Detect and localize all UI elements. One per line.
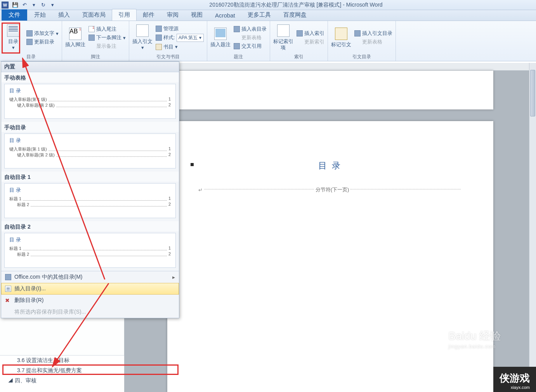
- navigation-pane-visible: 3.6 设置清洁生产目标 3.7 提出和实施无/低费方案 ◢ 四、审核: [0, 355, 124, 386]
- group-footnote: AB 插入脚注 插入尾注 下一条脚注 ▾ 显示备注 脚注: [62, 21, 129, 61]
- insert-index-button[interactable]: 插入索引: [297, 30, 324, 37]
- undo-dropdown-icon[interactable]: ▾: [30, 2, 37, 9]
- bibliography-icon: [156, 44, 162, 50]
- tab-insert[interactable]: 插入: [52, 9, 76, 21]
- tab-mail[interactable]: 邮件: [137, 9, 161, 21]
- qat-customize-icon[interactable]: ▾: [49, 2, 56, 9]
- menu-insert-toc[interactable]: 插入目录(I)...: [1, 283, 179, 295]
- watermark-baidu: Baidu 经验jingyan.baidu.com: [449, 329, 501, 349]
- update-table-icon: [234, 35, 240, 41]
- crossref-icon: [234, 43, 240, 49]
- footnote-icon: AB: [69, 28, 82, 40]
- citation-style-combo[interactable]: 样式: APA 第五 ▾: [156, 34, 204, 42]
- mark-index-icon: [277, 24, 290, 37]
- gallery-manual-table-preview[interactable]: 目 录 键入章标题(第 1 级)1 键入章标题(第 2 级)2: [4, 84, 176, 119]
- style-icon: [156, 35, 162, 41]
- gallery-auto1-title: 自动目录 1: [1, 172, 179, 182]
- cross-reference-button[interactable]: 交叉引用: [234, 43, 267, 50]
- mark-index-button[interactable]: 标记索引项: [273, 23, 293, 53]
- nav-item-4[interactable]: ◢ 四、审核: [0, 376, 124, 386]
- caption-icon: [214, 28, 227, 40]
- manage-sources-icon: [156, 26, 162, 32]
- gallery-auto1-preview[interactable]: 目 录 标题 11 标题 22: [4, 183, 176, 218]
- manage-sources-button[interactable]: 管理源: [156, 25, 204, 32]
- group-caption-label: 题注: [210, 53, 267, 60]
- update-cite-table-icon: [354, 39, 361, 45]
- undo-icon[interactable]: ↶: [21, 2, 28, 9]
- table-figures-icon: [234, 26, 240, 32]
- insert-endnote-button[interactable]: 插入尾注: [88, 26, 126, 33]
- page-2[interactable]: 目 录 ↵分节符(下一页): [167, 121, 493, 392]
- menu-save-gallery[interactable]: 将所选内容保存到目录库(S)...: [1, 306, 179, 318]
- save-gallery-icon: [5, 309, 11, 315]
- dropdown-header-builtin: 内置: [1, 62, 179, 72]
- tab-baidu[interactable]: 百度网盘: [277, 9, 313, 21]
- document-toc-heading: 目 录: [198, 160, 462, 172]
- redo-icon[interactable]: ↻: [40, 2, 47, 9]
- save-icon[interactable]: 💾: [12, 2, 19, 9]
- gallery-auto2-preview[interactable]: 目 录 标题 11 标题 22: [4, 233, 176, 268]
- gallery-manual-toc-preview[interactable]: 目 录 键入章标题(第 1 级)1 键入章标题(第 2 级)2: [4, 134, 176, 168]
- update-index-button[interactable]: 更新索引: [297, 38, 324, 45]
- tab-file[interactable]: 文件: [2, 9, 27, 21]
- next-footnote-icon: [88, 35, 95, 41]
- menu-office-com[interactable]: Office.com 中的其他目录(M)▸: [1, 271, 179, 283]
- tab-review[interactable]: 审阅: [161, 9, 185, 21]
- show-notes-icon: [88, 43, 95, 49]
- group-citation: 插入引文▾ 管理源 样式: APA 第五 ▾ 书目 ▾ 引文与书目: [129, 21, 207, 61]
- group-index: 标记索引项 插入索引 更新索引 索引: [270, 21, 328, 61]
- update-toc-icon: [26, 39, 33, 45]
- insert-citation-button[interactable]: 插入引文▾: [132, 23, 153, 53]
- gallery-auto2-title: 自动目录 2: [1, 221, 179, 231]
- tab-references[interactable]: 引用: [112, 9, 137, 21]
- insert-footnote-button[interactable]: AB 插入脚注: [65, 23, 85, 53]
- next-footnote-button[interactable]: 下一条脚注 ▾: [88, 34, 126, 41]
- watermark-xiayx: 侠游戏xiayx.com: [493, 367, 536, 392]
- vertical-scrollbar[interactable]: [529, 63, 536, 392]
- group-footnote-label: 脚注: [65, 53, 126, 60]
- add-text-icon: [26, 30, 33, 36]
- update-citation-table-button[interactable]: 更新表格: [354, 38, 392, 45]
- show-notes-button[interactable]: 显示备注: [88, 43, 126, 50]
- mark-citation-button[interactable]: 标记引文: [331, 23, 351, 53]
- horizontal-ruler[interactable]: [124, 63, 536, 71]
- window-title: 20160720勒流街道污水处理厂清洁生产审核 [兼容模式] - Microso…: [56, 2, 536, 9]
- group-caption: 插入题注 插入表目录 更新表格 交叉引用 题注: [207, 21, 270, 61]
- bibliography-button[interactable]: 书目 ▾: [156, 43, 204, 50]
- group-cite-table-label: 引文目录: [331, 53, 392, 60]
- toc-button[interactable]: 目录▾: [3, 23, 23, 53]
- paragraph-handle: [191, 163, 194, 166]
- tab-layout[interactable]: 页面布局: [76, 9, 112, 21]
- nav-item-37[interactable]: 3.7 提出和实施无/低费方案: [0, 366, 124, 376]
- tab-view[interactable]: 视图: [185, 9, 209, 21]
- endnote-icon: [88, 26, 95, 32]
- gallery-manual-toc-title: 手动目录: [1, 122, 179, 132]
- remove-toc-icon: ✖: [5, 297, 11, 304]
- insert-table-figures-button[interactable]: 插入表目录: [234, 26, 267, 33]
- scrollbar-thumb[interactable]: [530, 70, 535, 116]
- insert-index-icon: [297, 30, 303, 36]
- ribbon: 目录▾ 添加文字 ▾ 更新目录 目录 AB 插入脚注 插入尾注 下一条脚注 ▾ …: [0, 21, 536, 61]
- gallery-manual-table-title: 手动表格: [1, 72, 179, 82]
- insert-citation-table-button[interactable]: 插入引文目录: [354, 30, 392, 37]
- insert-cite-table-icon: [354, 30, 361, 36]
- title-bar: W 💾 ↶ ▾ ↻ ▾ 20160720勒流街道污水处理厂清洁生产审核 [兼容模…: [0, 0, 536, 10]
- insert-caption-button[interactable]: 插入题注: [210, 23, 231, 53]
- update-table-button[interactable]: 更新表格: [234, 34, 267, 41]
- menu-remove-toc[interactable]: ✖ 删除目录(R): [1, 295, 179, 306]
- group-index-label: 索引: [273, 53, 324, 60]
- tab-acrobat[interactable]: Acrobat: [209, 10, 241, 21]
- insert-toc-icon: [5, 286, 11, 292]
- toc-icon: [7, 24, 19, 37]
- update-toc-button[interactable]: 更新目录: [26, 38, 59, 45]
- ribbon-tabs: 文件 开始 插入 页面布局 引用 邮件 审阅 视图 Acrobat 更多工具 百…: [0, 10, 536, 21]
- group-citation-label: 引文与书目: [132, 53, 204, 60]
- page-1-bottom: [167, 71, 493, 109]
- tab-more-tools[interactable]: 更多工具: [241, 9, 277, 21]
- group-toc: 目录▾ 添加文字 ▾ 更新目录 目录: [0, 21, 62, 61]
- update-index-icon: [297, 39, 303, 45]
- add-text-button[interactable]: 添加文字 ▾: [26, 30, 59, 37]
- tab-home[interactable]: 开始: [28, 9, 52, 21]
- quick-access-toolbar: 💾 ↶ ▾ ↻ ▾: [12, 2, 56, 9]
- nav-item-36[interactable]: 3.6 设置清洁生产目标: [0, 356, 124, 366]
